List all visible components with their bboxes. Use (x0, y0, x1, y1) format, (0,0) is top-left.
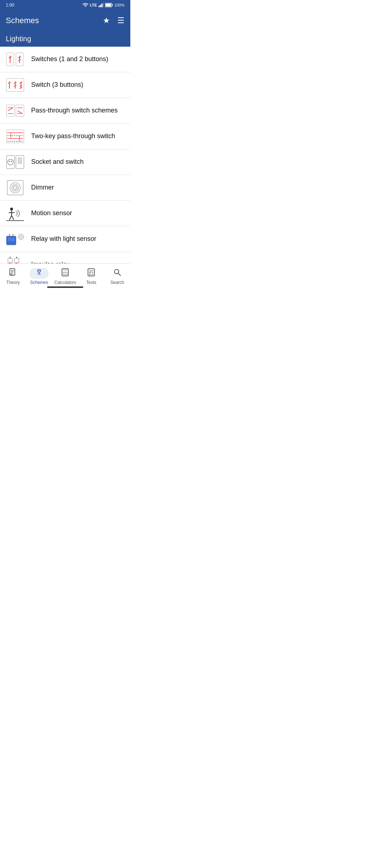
tests-icon (87, 268, 96, 279)
svg-rect-97 (63, 274, 64, 275)
svg-rect-34 (7, 130, 24, 143)
svg-rect-27 (16, 105, 24, 116)
item-label: Switches (1 and 2 buttons) (31, 55, 108, 63)
list: Switches (1 and 2 buttons) (0, 47, 130, 263)
list-item[interactable]: Switches (1 and 2 buttons) (0, 47, 130, 72)
toolbar-actions: ★ ☰ (103, 16, 125, 25)
svg-rect-100 (88, 269, 94, 276)
svg-point-44 (11, 161, 12, 162)
list-item[interactable]: Dimmer (0, 175, 130, 201)
socket-icon (4, 153, 26, 171)
battery-icon (105, 3, 113, 7)
svg-rect-6 (105, 4, 111, 7)
list-item[interactable]: Socket and switch (0, 149, 130, 175)
calculators-icon (61, 268, 70, 279)
passthrough-icon (4, 102, 26, 120)
svg-rect-2 (101, 4, 102, 7)
status-bar: 1:00 LTE 100% (0, 0, 130, 10)
tests-label: Tests (86, 280, 96, 285)
switch3-icon (4, 76, 26, 94)
item-label: Pass-through switch schemes (31, 106, 118, 115)
scroll-content: Lighting Switches (1 (0, 31, 130, 263)
svg-point-50 (14, 186, 17, 189)
lighting-section-header: Lighting (0, 31, 130, 47)
calculators-label: Calculators (54, 280, 76, 285)
twokey-icon (4, 127, 26, 145)
signal-icon (98, 3, 104, 7)
status-icons: LTE 100% (83, 3, 125, 7)
relay-light-icon (4, 230, 26, 248)
list-item[interactable]: Relay with light sensor (0, 226, 130, 252)
search-icon (113, 268, 122, 279)
nav-item-search[interactable]: Search (104, 264, 130, 289)
svg-rect-99 (66, 274, 68, 275)
svg-line-105 (118, 273, 121, 276)
svg-rect-68 (14, 258, 19, 263)
lte-label: LTE (90, 3, 97, 7)
svg-point-51 (10, 208, 13, 210)
schemes-icon (35, 268, 43, 278)
toolbar-title: Schemes (6, 16, 39, 25)
list-item[interactable]: Motion sensor (0, 201, 130, 226)
svg-point-90 (38, 270, 40, 272)
svg-rect-98 (64, 274, 66, 275)
motion-icon (4, 204, 26, 222)
schemes-label: Schemes (30, 280, 48, 285)
theory-icon (9, 268, 17, 279)
list-item[interactable]: Impulse relay (0, 252, 130, 263)
item-label: Switch (3 buttons) (31, 81, 83, 89)
switch12-icon (4, 50, 26, 68)
svg-rect-3 (103, 3, 104, 7)
nav-item-schemes[interactable]: Schemes (26, 264, 52, 289)
nav-item-calculators[interactable]: Calculators (52, 264, 78, 289)
svg-rect-0 (98, 6, 100, 7)
item-label: Relay with light sensor (31, 235, 96, 243)
wifi-icon (83, 3, 88, 7)
dimmer-icon (4, 179, 26, 197)
svg-rect-57 (7, 236, 16, 245)
toolbar: Schemes ★ ☰ (0, 10, 130, 31)
list-item[interactable]: Two-key pass-through switch (0, 124, 130, 149)
item-label: Motion sensor (31, 209, 72, 217)
home-indicator (47, 286, 83, 288)
item-label: Impulse relay (31, 260, 70, 263)
svg-rect-5 (112, 4, 113, 6)
item-label: Dimmer (31, 183, 54, 192)
svg-rect-58 (8, 238, 11, 241)
menu-button[interactable]: ☰ (117, 16, 125, 25)
search-label: Search (110, 280, 124, 285)
theory-label: Theory (6, 280, 20, 285)
svg-rect-95 (64, 272, 66, 273)
nav-item-theory[interactable]: Theory (0, 264, 26, 289)
nav-item-tests[interactable]: Tests (78, 264, 104, 289)
list-item[interactable]: Pass-through switch schemes (0, 98, 130, 124)
battery-percent: 100% (114, 3, 125, 7)
favorite-button[interactable]: ★ (103, 16, 110, 25)
bottom-nav: Theory Schemes (0, 263, 130, 289)
svg-point-104 (114, 269, 119, 274)
svg-line-55 (12, 216, 14, 220)
svg-point-43 (9, 161, 10, 162)
svg-rect-94 (63, 272, 64, 273)
svg-line-54 (9, 216, 12, 220)
svg-rect-93 (63, 269, 68, 271)
time: 1:00 (6, 3, 14, 8)
impulse-relay-icon (4, 256, 26, 263)
svg-rect-26 (7, 105, 14, 116)
svg-rect-59 (12, 238, 14, 241)
svg-rect-1 (100, 5, 101, 7)
item-label: Two-key pass-through switch (31, 132, 115, 140)
svg-rect-96 (66, 272, 68, 273)
svg-rect-65 (8, 258, 12, 263)
svg-rect-46 (18, 158, 22, 163)
schemes-active-pill (30, 268, 49, 279)
item-label: Socket and switch (31, 158, 84, 166)
list-item[interactable]: Switch (3 buttons) (0, 72, 130, 98)
